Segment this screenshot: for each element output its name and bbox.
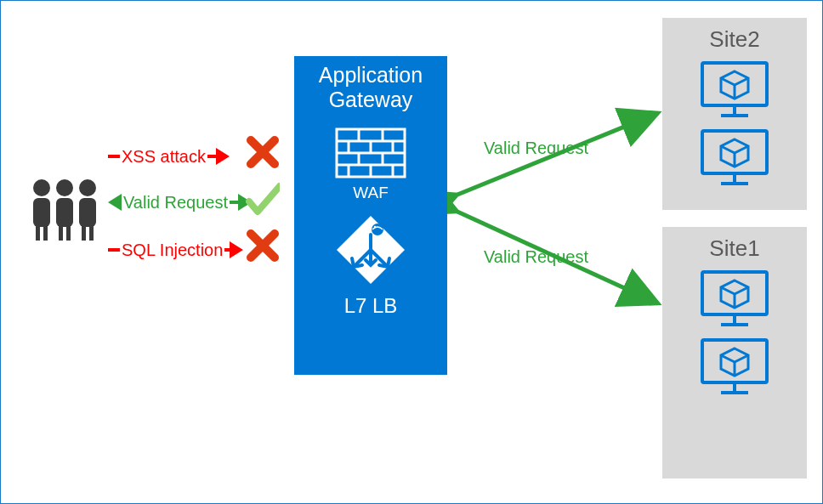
- application-gateway-box: Application Gateway WAF: [294, 56, 447, 375]
- gateway-title-line1: Application: [319, 63, 423, 87]
- svg-rect-11: [89, 224, 94, 241]
- svg-point-4: [56, 179, 73, 196]
- site1-title: Site1: [662, 235, 807, 262]
- xss-attack-label: XSS attack: [120, 147, 207, 167]
- svg-point-35: [374, 225, 376, 227]
- svg-point-0: [33, 179, 50, 196]
- svg-line-50: [721, 146, 735, 153]
- vm-monitor-icon: [699, 269, 770, 330]
- svg-line-65: [735, 355, 748, 362]
- svg-line-44: [735, 78, 748, 85]
- vm-monitor-icon: [699, 59, 770, 121]
- svg-rect-9: [79, 198, 96, 227]
- svg-rect-3: [43, 224, 48, 241]
- gateway-title-line2: Gateway: [329, 88, 413, 111]
- svg-rect-5: [56, 198, 73, 227]
- valid-request-in-label: Valid Request: [122, 193, 230, 212]
- allowed-check-icon: [246, 183, 280, 217]
- svg-line-51: [735, 146, 748, 153]
- gateway-title: Application Gateway: [294, 63, 447, 112]
- svg-line-43: [721, 78, 735, 85]
- blocked-x-icon: [246, 229, 280, 263]
- vm-monitor-icon: [699, 127, 770, 189]
- svg-rect-1: [33, 198, 50, 227]
- blocked-x-icon: [246, 135, 280, 169]
- svg-point-8: [79, 179, 96, 196]
- svg-rect-10: [82, 224, 86, 241]
- firewall-icon: [335, 127, 406, 178]
- sql-injection-label: SQL Injection: [120, 241, 224, 260]
- lb-label: L7 LB: [294, 294, 447, 318]
- site2-title: Site2: [662, 26, 807, 53]
- valid-request-bottom-label: Valid Request: [484, 247, 588, 267]
- valid-request-top-label: Valid Request: [484, 139, 588, 158]
- svg-line-64: [721, 355, 735, 362]
- users-icon: [26, 174, 103, 242]
- svg-rect-2: [36, 224, 40, 241]
- svg-point-34: [372, 224, 383, 235]
- svg-line-57: [721, 287, 735, 294]
- site2-panel: Site2: [662, 18, 807, 210]
- svg-rect-6: [59, 224, 63, 241]
- waf-architecture-diagram: XSS attack Valid Request SQL Injection A…: [1, 1, 822, 503]
- site1-panel: Site1: [662, 227, 807, 479]
- svg-line-58: [735, 287, 748, 294]
- vm-monitor-icon: [699, 337, 770, 398]
- load-balancer-icon: [335, 214, 406, 286]
- waf-label: WAF: [294, 184, 447, 202]
- svg-rect-7: [66, 224, 71, 241]
- forward-arrows: [447, 103, 668, 324]
